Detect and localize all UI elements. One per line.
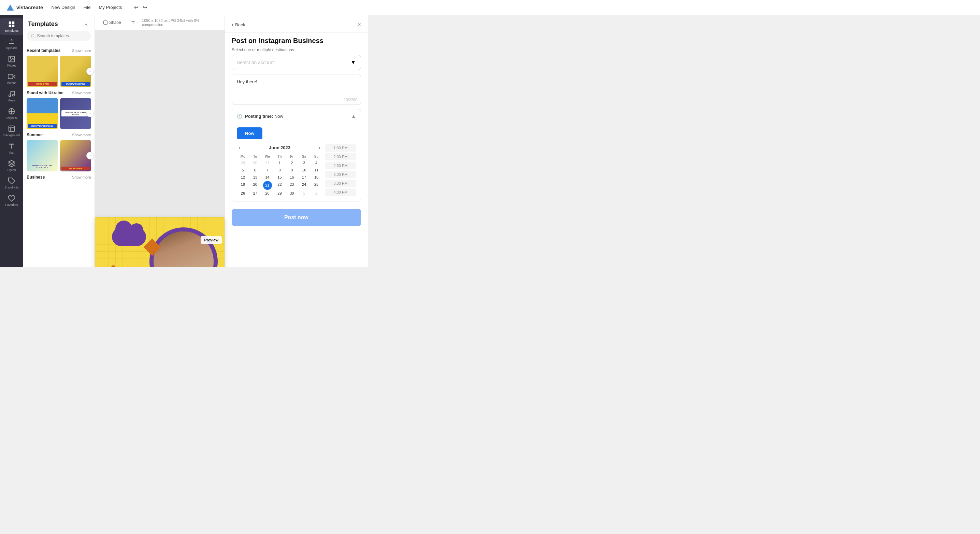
time-slot-330pm[interactable]: 3:30 PM	[325, 180, 356, 187]
sidebar-label-music: Music	[8, 99, 16, 102]
cal-day-8[interactable]: 8	[274, 167, 286, 174]
recent-show-more[interactable]: Show more	[72, 48, 91, 53]
caption-box[interactable]: Hey there! 10/2200	[232, 74, 361, 105]
right-panel: ‹ Back × Post on Instagram Business Sele…	[224, 15, 368, 267]
shape-tool-button[interactable]: Shape	[100, 19, 124, 26]
cal-day-22[interactable]: 22	[274, 181, 286, 190]
recent-next-button[interactable]: ›	[86, 68, 94, 75]
cal-day-12[interactable]: 12	[237, 174, 249, 181]
cal-day-19[interactable]: 19	[237, 181, 249, 190]
cal-day-6[interactable]: 6	[249, 167, 261, 174]
search-box[interactable]	[27, 31, 91, 41]
cal-day-30[interactable]: 30	[286, 190, 298, 197]
cal-day-27[interactable]: 27	[249, 190, 261, 197]
posting-time-body: Now ‹ June 2023 › Mo Tu We T	[232, 123, 361, 201]
cal-day-9[interactable]: 9	[286, 167, 298, 174]
cal-day-18[interactable]: 18	[310, 174, 323, 181]
search-input[interactable]	[37, 33, 87, 38]
cal-day-3[interactable]: 3	[298, 159, 310, 167]
posting-time-header[interactable]: 🕐 Posting time: Now ▲	[232, 109, 361, 123]
cal-day-10[interactable]: 10	[298, 167, 310, 174]
template-thumb-recent-1[interactable]: WE'RE OPEN	[27, 56, 58, 87]
file-menu-button[interactable]: File	[84, 5, 91, 10]
sidebar-item-text[interactable]: Text	[0, 140, 23, 157]
summer-next-button[interactable]: ›	[86, 152, 94, 159]
template-thumb-ukraine-1[interactable]: WE SUPPORT UKRAINIAN!	[27, 98, 58, 129]
cal-day-1-next[interactable]: 1	[298, 190, 310, 197]
sidebar-item-music[interactable]: Music	[0, 88, 23, 105]
sidebar-item-photos[interactable]: Photos	[0, 53, 23, 70]
sidebar-item-favorites[interactable]: Favorites	[0, 192, 23, 209]
svg-rect-14	[104, 21, 108, 24]
ukraine-show-more[interactable]: Show more	[72, 91, 91, 95]
time-slot-400pm[interactable]: 4:00 PM	[325, 188, 356, 196]
cal-day-29-prev[interactable]: 29	[237, 159, 249, 167]
cal-day-14[interactable]: 14	[261, 174, 274, 181]
cal-day-28[interactable]: 28	[261, 190, 274, 197]
time-slots: 1:30 PM 2:00 PM 2:30 PM 3:00 PM 3:30 PM …	[325, 144, 356, 197]
cal-day-2-next[interactable]: 2	[310, 190, 323, 197]
cal-day-11[interactable]: 11	[310, 167, 323, 174]
ukraine-next-button[interactable]: ›	[86, 110, 94, 117]
time-slot-300pm[interactable]: 3:00 PM	[325, 171, 356, 178]
cal-day-23[interactable]: 23	[286, 181, 298, 190]
post-now-button[interactable]: Post now	[232, 209, 361, 226]
right-panel-header: ‹ Back ×	[225, 15, 368, 33]
account-placeholder: Select an account	[237, 60, 275, 65]
cal-day-1[interactable]: 1	[274, 159, 286, 167]
new-design-button[interactable]: New Design	[51, 5, 75, 10]
sidebar-item-background[interactable]: Background	[0, 122, 23, 140]
svg-rect-11	[9, 126, 15, 132]
calendar-prev-button[interactable]: ‹	[237, 144, 243, 151]
cal-day-4[interactable]: 4	[310, 159, 323, 167]
cal-day-29[interactable]: 29	[274, 190, 286, 197]
cal-day-20[interactable]: 20	[249, 181, 261, 190]
time-slot-130pm[interactable]: 1:30 PM	[325, 144, 356, 151]
cal-day-17[interactable]: 17	[298, 174, 310, 181]
cal-day-31-prev[interactable]: 31	[261, 159, 274, 167]
cal-day-24[interactable]: 24	[298, 181, 310, 190]
sidebar-item-templates[interactable]: Templates	[0, 18, 23, 35]
close-button[interactable]: ×	[357, 21, 361, 28]
text-tool-button[interactable]: T	[128, 19, 142, 26]
sidebar-item-objects[interactable]: Objects	[0, 105, 23, 122]
recent-templates-header: Recent templates Show more	[27, 48, 91, 53]
cal-header-mo: Mo	[237, 154, 249, 159]
time-slot-230pm[interactable]: 2:30 PM	[325, 162, 356, 169]
cal-day-2[interactable]: 2	[286, 159, 298, 167]
sidebar-item-styles[interactable]: Styles	[0, 157, 23, 174]
collapse-button[interactable]: «	[83, 21, 90, 28]
cal-day-26[interactable]: 26	[237, 190, 249, 197]
my-projects-button[interactable]: My Projects	[99, 5, 122, 10]
account-select[interactable]: Select an account ▼	[232, 55, 361, 70]
sidebar-label-templates: Templates	[5, 29, 18, 32]
cal-day-7[interactable]: 7	[261, 167, 274, 174]
now-button[interactable]: Now	[237, 128, 262, 139]
cal-day-5[interactable]: 5	[237, 167, 249, 174]
preview-button[interactable]: Preview	[200, 236, 222, 244]
svg-rect-1	[12, 22, 14, 24]
undo-button[interactable]: ↩	[133, 3, 140, 12]
panel-title: Templates	[28, 21, 58, 28]
template-thumb-summer-1[interactable]: SUMMER'S SPECIAL COCKTAILS	[27, 140, 58, 171]
posting-time-value: Now	[274, 114, 283, 119]
cal-day-30-prev[interactable]: 30	[249, 159, 261, 167]
business-show-more[interactable]: Show more	[72, 175, 91, 179]
cal-day-13[interactable]: 13	[249, 174, 261, 181]
redo-button[interactable]: ↪	[141, 3, 148, 12]
canvas-tools: Shape T	[100, 19, 142, 26]
cal-day-16[interactable]: 16	[286, 174, 298, 181]
sidebar-item-brand-kits[interactable]: Brand Kits	[0, 174, 23, 192]
summer-show-more[interactable]: Show more	[72, 133, 91, 137]
app-logo: vistacreate	[7, 5, 43, 11]
sidebar-item-videos[interactable]: Videos	[0, 70, 23, 88]
sidebar-label-brand-kits: Brand Kits	[5, 186, 19, 189]
account-chevron-icon: ▼	[350, 59, 356, 65]
back-button[interactable]: ‹ Back	[232, 22, 245, 27]
cal-day-15[interactable]: 15	[274, 174, 286, 181]
calendar-next-button[interactable]: ›	[317, 144, 323, 151]
cal-day-21[interactable]: 21	[263, 181, 272, 190]
sidebar-item-uploads[interactable]: Uploads	[0, 35, 23, 53]
cal-day-25[interactable]: 25	[310, 181, 323, 190]
time-slot-200pm[interactable]: 2:00 PM	[325, 153, 356, 161]
